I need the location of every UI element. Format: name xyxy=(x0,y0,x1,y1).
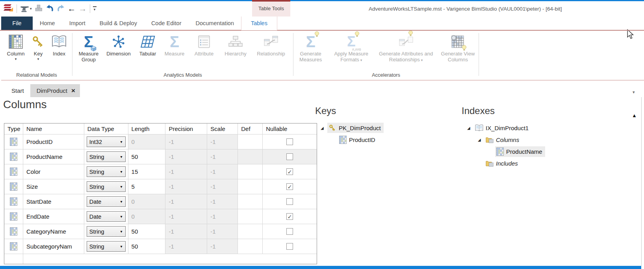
dropdown-caret-icon[interactable]: ▾ xyxy=(121,229,125,234)
data-type-select[interactable]: String▾ xyxy=(87,181,126,192)
undo-button[interactable] xyxy=(46,4,54,14)
tree-node-ProductName[interactable]: ProductName xyxy=(495,146,545,157)
nullable-checkbox[interactable] xyxy=(286,153,293,160)
build-button[interactable]: ▾ xyxy=(20,6,32,12)
tab-tables[interactable]: Tables xyxy=(241,17,277,30)
precision-cell: -1 xyxy=(165,134,207,149)
nullable-checkbox[interactable]: ✓ xyxy=(286,213,293,220)
nullable-checkbox[interactable] xyxy=(286,243,293,250)
nullable-cell xyxy=(263,149,317,164)
tree-node-ProductID[interactable]: ProductID xyxy=(338,134,378,145)
index-button[interactable]: Index xyxy=(48,32,70,72)
length-cell[interactable]: 50 xyxy=(128,149,166,164)
dropdown-caret-icon[interactable]: ▾ xyxy=(121,199,125,204)
nullable-checkbox[interactable]: ✓ xyxy=(286,168,293,175)
length-cell[interactable]: 5 xyxy=(128,179,166,194)
nullable-checkbox[interactable]: ✓ xyxy=(286,183,293,190)
measure-group-button[interactable]: Σ Measure Group xyxy=(76,32,102,72)
data-type-select[interactable]: Date▾ xyxy=(87,196,126,207)
hierarchy-button: Hierarchy xyxy=(220,32,251,72)
default-cell[interactable] xyxy=(238,209,263,224)
data-type-select[interactable]: Date▾ xyxy=(87,211,126,222)
scale-cell: -1 xyxy=(207,224,238,239)
column-name-cell[interactable]: EndDate xyxy=(23,209,84,224)
tab-documentation[interactable]: Documentation xyxy=(188,17,241,30)
column-name-cell[interactable]: SubcategoryNam xyxy=(23,239,84,254)
dropdown-caret-icon[interactable]: ▾ xyxy=(121,184,125,189)
data-type-select[interactable]: String▾ xyxy=(87,241,126,252)
tree-node-Columns[interactable]: Columns xyxy=(484,135,522,144)
column-name-cell[interactable]: Size xyxy=(23,179,84,194)
indexes-panel-title: Indexes xyxy=(462,105,495,116)
nullable-cell: ✓ xyxy=(263,209,317,224)
data-type-select[interactable]: String▾ xyxy=(87,226,126,237)
table-row: SubcategoryNamString▾50-1-1 xyxy=(4,239,317,254)
data-type-select[interactable]: Int32▾ xyxy=(87,136,126,147)
column-name-cell[interactable]: CategoryName xyxy=(23,224,84,239)
length-cell[interactable]: 50 xyxy=(128,224,166,239)
close-icon[interactable]: × xyxy=(71,87,75,94)
tree-node-Includes[interactable]: Includes xyxy=(484,158,521,168)
table-icon xyxy=(339,136,347,144)
column-name-cell[interactable]: ProductID xyxy=(23,134,84,149)
default-cell[interactable] xyxy=(238,194,263,209)
key-button[interactable]: Key ▾ xyxy=(29,32,48,72)
table-icon xyxy=(10,168,17,176)
length-cell[interactable]: 15 xyxy=(128,164,166,179)
tree-expander-icon[interactable]: ◢ xyxy=(321,126,327,130)
nullable-cell xyxy=(263,224,317,239)
column-header-name: Name xyxy=(23,123,84,134)
tab-import[interactable]: Import xyxy=(62,17,93,30)
nullable-checkbox[interactable] xyxy=(286,228,293,235)
dropdown-caret-icon[interactable]: ▾ xyxy=(121,140,125,144)
column-type-cell xyxy=(4,149,23,164)
tabular-button[interactable]: Tabular xyxy=(135,32,160,72)
dropdown-caret-icon[interactable]: ▾ xyxy=(121,155,125,159)
toolbar-divider xyxy=(90,4,90,13)
relationship-button: Relationship xyxy=(252,32,290,72)
document-list-caret-icon[interactable]: ▾ xyxy=(633,90,635,95)
nullable-checkbox[interactable] xyxy=(286,138,293,145)
data-type-select[interactable]: String▾ xyxy=(87,151,126,162)
tree-expander-icon[interactable]: ◢ xyxy=(478,138,484,142)
column-button[interactable]: Column ▾ xyxy=(4,32,28,72)
doc-tab-start[interactable]: Start xyxy=(5,84,30,97)
tab-code-editor[interactable]: Code Editor xyxy=(144,17,189,30)
navigate-back-button[interactable]: ← xyxy=(68,5,76,13)
scale-cell: -1 xyxy=(207,149,238,164)
dropdown-caret-icon[interactable]: ▾ xyxy=(121,244,125,249)
button-label: Generate Attributes and Relationships▾ xyxy=(376,51,436,63)
default-cell[interactable] xyxy=(238,164,263,179)
default-cell[interactable] xyxy=(238,134,263,149)
nullable-checkbox[interactable] xyxy=(286,198,293,205)
customize-toolbar-button[interactable]: ▾ xyxy=(93,6,97,11)
data-type-select[interactable]: String▾ xyxy=(87,166,126,177)
scale-cell: -1 xyxy=(207,194,238,209)
tree-node-PK_DimProduct[interactable]: PK_DimProduct xyxy=(327,123,384,133)
document-tab-strip: Start DimProduct× xyxy=(1,81,644,97)
dropdown-caret-icon[interactable]: ▾ xyxy=(30,7,32,11)
snowflake-icon xyxy=(112,33,125,51)
doc-tab-dimproduct[interactable]: DimProduct× xyxy=(30,84,80,97)
tree-expander-icon[interactable]: ◢ xyxy=(467,126,474,130)
linked-tables-icon xyxy=(263,33,279,51)
tree-item-ProductID: ProductID xyxy=(315,134,384,146)
column-name-cell[interactable]: ProductName xyxy=(23,149,84,164)
precision-cell: -1 xyxy=(165,224,207,239)
tab-build-deploy[interactable]: Build & Deploy xyxy=(93,17,144,30)
dimension-button[interactable]: Dimension xyxy=(102,32,135,72)
default-cell[interactable] xyxy=(238,179,263,194)
title-bar: ▾ ← → ▾ AdventureWorksLTSample.mst - Var… xyxy=(1,1,644,17)
tree-node-IX_DimProduct1[interactable]: IX_DimProduct1 xyxy=(474,123,531,133)
length-cell[interactable]: 50 xyxy=(128,239,166,254)
dropdown-caret-icon[interactable]: ▾ xyxy=(121,170,125,174)
dropdown-caret-icon[interactable]: ▾ xyxy=(121,214,125,219)
default-cell[interactable] xyxy=(238,149,263,164)
column-name-cell[interactable]: Color xyxy=(23,164,84,179)
default-cell[interactable] xyxy=(238,239,263,254)
tab-file[interactable]: File xyxy=(1,17,33,30)
tab-home[interactable]: Home xyxy=(33,17,62,30)
collapse-panel-icon[interactable]: ▲ xyxy=(632,112,637,118)
default-cell[interactable] xyxy=(238,224,263,239)
column-name-cell[interactable]: StartDate xyxy=(23,194,84,209)
